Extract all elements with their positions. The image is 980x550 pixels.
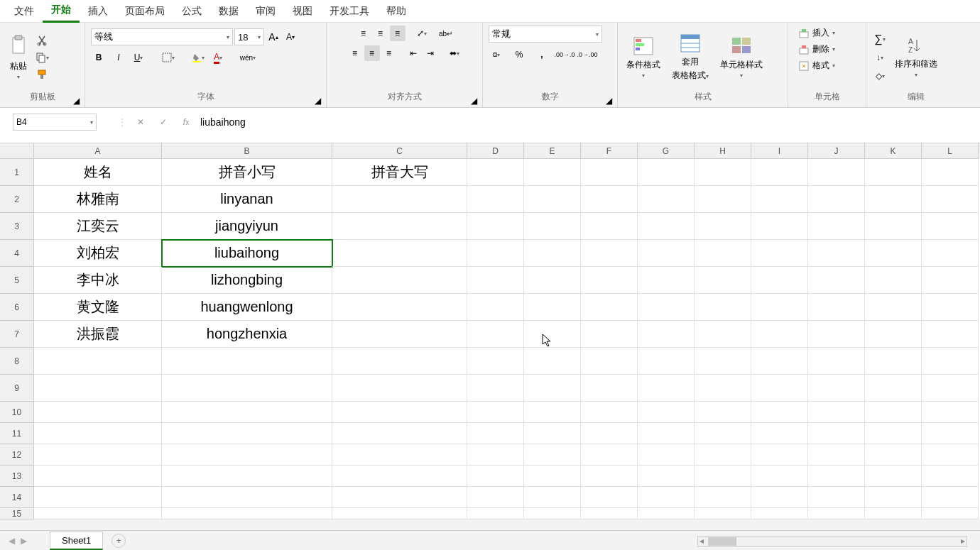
cell-I9[interactable]	[751, 375, 808, 402]
cell-H11[interactable]	[695, 423, 751, 444]
italic-button[interactable]: I	[111, 50, 126, 65]
add-sheet-button[interactable]: +	[111, 534, 126, 548]
cell-I3[interactable]	[751, 213, 808, 240]
increase-indent-button[interactable]: ⇥	[423, 45, 438, 61]
cell-L8[interactable]	[922, 348, 979, 375]
paste-button[interactable]: 粘贴 ▾	[6, 32, 31, 83]
cell-E7[interactable]	[524, 321, 581, 348]
bold-button[interactable]: B	[91, 50, 107, 65]
col-header-E[interactable]: E	[524, 143, 581, 159]
name-box[interactable]: B4▾	[13, 114, 97, 131]
cell-C10[interactable]	[332, 402, 467, 423]
menu-item-0[interactable]: 文件	[6, 1, 43, 22]
cell-K13[interactable]	[865, 466, 922, 487]
align-right-button[interactable]: ≡	[381, 45, 397, 61]
cell-K5[interactable]	[865, 267, 922, 294]
cell-G2[interactable]	[638, 186, 695, 213]
sort-filter-button[interactable]: AZ 排序和筛选▾	[892, 34, 940, 81]
align-middle-button[interactable]: ≡	[373, 26, 388, 41]
cell-B8[interactable]	[162, 348, 332, 375]
cell-A9[interactable]	[34, 375, 162, 402]
cell-B11[interactable]	[162, 423, 332, 444]
cell-G13[interactable]	[638, 466, 695, 487]
cell-I1[interactable]	[751, 159, 808, 186]
cell-E8[interactable]	[524, 348, 581, 375]
formula-input[interactable]: liubaihong	[195, 114, 980, 131]
cell-G3[interactable]	[638, 213, 695, 240]
border-button[interactable]: ▾	[160, 50, 176, 65]
cell-D2[interactable]	[467, 186, 524, 213]
row-header-1[interactable]: 1	[0, 159, 34, 186]
cell-A7[interactable]: 洪振霞	[34, 321, 162, 348]
col-header-H[interactable]: H	[695, 143, 751, 159]
cell-E10[interactable]	[524, 402, 581, 423]
cell-C12[interactable]	[332, 444, 467, 466]
cell-K2[interactable]	[865, 186, 922, 213]
menu-item-5[interactable]: 数据	[210, 1, 247, 22]
cell-A10[interactable]	[34, 402, 162, 423]
cell-K14[interactable]	[865, 487, 922, 508]
cell-B13[interactable]	[162, 466, 332, 487]
cell-G12[interactable]	[638, 444, 695, 466]
cell-C15[interactable]	[332, 508, 467, 519]
cell-K8[interactable]	[865, 348, 922, 375]
cell-E1[interactable]	[524, 159, 581, 186]
cell-I11[interactable]	[751, 423, 808, 444]
cell-J10[interactable]	[808, 402, 865, 423]
cell-F3[interactable]	[581, 213, 638, 240]
menu-item-8[interactable]: 开发工具	[321, 1, 378, 22]
cell-A1[interactable]: 姓名	[34, 159, 162, 186]
cell-J2[interactable]	[808, 186, 865, 213]
cell-A13[interactable]	[34, 466, 162, 487]
cell-F6[interactable]	[581, 294, 638, 321]
cell-D1[interactable]	[467, 159, 524, 186]
font-name-select[interactable]: 等线▾	[91, 28, 233, 45]
cell-F14[interactable]	[581, 487, 638, 508]
cell-I7[interactable]	[751, 321, 808, 348]
cell-D9[interactable]	[467, 375, 524, 402]
cell-F15[interactable]	[581, 508, 638, 519]
cell-L7[interactable]	[922, 321, 979, 348]
table-format-button[interactable]: 套用 表格格式▾	[669, 31, 712, 84]
cell-D11[interactable]	[467, 423, 524, 444]
cell-L3[interactable]	[922, 213, 979, 240]
cell-G4[interactable]	[638, 240, 695, 267]
cell-L10[interactable]	[922, 402, 979, 423]
cell-C7[interactable]	[332, 321, 467, 348]
cell-G14[interactable]	[638, 487, 695, 508]
row-header-10[interactable]: 10	[0, 402, 34, 423]
cell-B5[interactable]: lizhongbing	[162, 267, 332, 294]
format-painter-button[interactable]	[34, 67, 50, 82]
col-header-D[interactable]: D	[467, 143, 524, 159]
cut-button[interactable]	[34, 33, 50, 48]
cell-F8[interactable]	[581, 348, 638, 375]
cell-I8[interactable]	[751, 348, 808, 375]
cell-C5[interactable]	[332, 267, 467, 294]
cell-J7[interactable]	[808, 321, 865, 348]
cell-F4[interactable]	[581, 240, 638, 267]
cell-D8[interactable]	[467, 348, 524, 375]
cell-A5[interactable]: 李中冰	[34, 267, 162, 294]
horizontal-scrollbar[interactable]: ◂ ▸	[697, 536, 967, 547]
cell-I12[interactable]	[751, 444, 808, 466]
cell-D5[interactable]	[467, 267, 524, 294]
cell-G7[interactable]	[638, 321, 695, 348]
copy-button[interactable]: ▾	[34, 50, 50, 65]
menu-item-3[interactable]: 页面布局	[116, 1, 173, 22]
cell-L9[interactable]	[922, 375, 979, 402]
cell-G5[interactable]	[638, 267, 695, 294]
col-header-C[interactable]: C	[332, 143, 467, 159]
font-dialog-launcher[interactable]: ◢	[315, 96, 323, 104]
col-header-L[interactable]: L	[922, 143, 979, 159]
cell-I13[interactable]	[751, 466, 808, 487]
decrease-decimal-button[interactable]: .0→.00	[579, 47, 595, 62]
cell-D14[interactable]	[467, 487, 524, 508]
cell-F2[interactable]	[581, 186, 638, 213]
select-all-corner[interactable]	[0, 143, 34, 159]
cell-E11[interactable]	[524, 423, 581, 444]
menu-item-7[interactable]: 视图	[284, 1, 321, 22]
col-header-G[interactable]: G	[638, 143, 695, 159]
cell-K4[interactable]	[865, 240, 922, 267]
cell-J4[interactable]	[808, 240, 865, 267]
row-header-5[interactable]: 5	[0, 267, 34, 294]
